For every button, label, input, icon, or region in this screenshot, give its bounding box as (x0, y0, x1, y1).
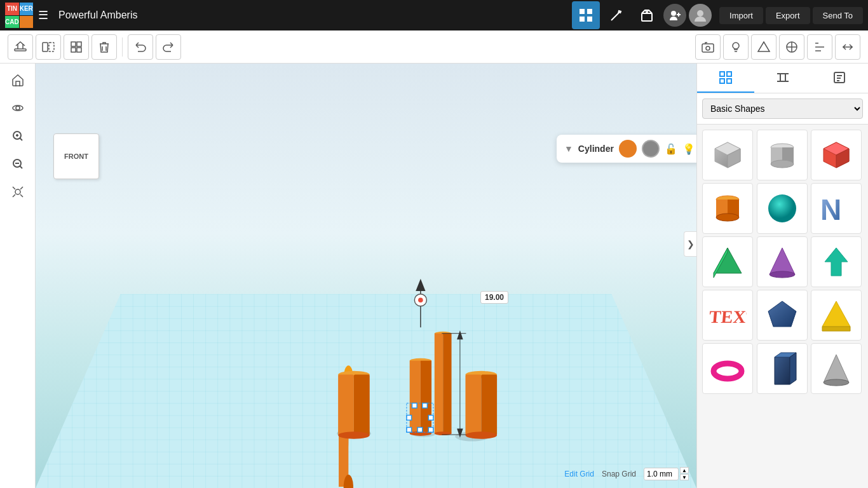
user-avatar[interactable] (689, 4, 712, 27)
svg-point-55 (714, 363, 742, 379)
tab-shapes-grid[interactable] (697, 64, 754, 93)
shape-char-n[interactable]: N (811, 183, 862, 234)
snap-down-btn[interactable]: ▼ (680, 474, 689, 480)
flip-btn[interactable] (835, 34, 860, 60)
shape-pyramid-green[interactable] (702, 236, 753, 287)
zoom-out-btn[interactable] (6, 152, 29, 175)
svg-point-15 (706, 46, 710, 50)
wheel-left-bot (338, 431, 370, 438)
grid-view-btn[interactable] (572, 1, 600, 29)
svg-point-44 (768, 194, 796, 222)
shape-cone-purple[interactable] (757, 236, 808, 287)
right-panel: Basic Shapes Featured Shapes Letters Con… (696, 64, 868, 488)
svg-rect-0 (580, 9, 585, 14)
svg-point-43 (716, 214, 739, 221)
wheel-right-side2 (481, 375, 497, 435)
right-panel-tabs (697, 64, 868, 93)
shape-box-blue-tall[interactable] (757, 343, 808, 394)
shape-text-3d[interactable]: TEXT (702, 290, 753, 341)
wheel-right-side1 (465, 375, 481, 435)
svg-rect-13 (77, 48, 81, 52)
svg-marker-56 (775, 357, 790, 384)
svg-rect-9 (49, 43, 54, 51)
shape-panel-collapse[interactable]: ▼ (564, 144, 573, 154)
shapes-category-select[interactable]: Basic Shapes Featured Shapes Letters Con… (702, 98, 863, 119)
delete-btn[interactable] (92, 34, 117, 60)
svg-rect-25 (720, 72, 724, 76)
shape-torus-pink[interactable] (702, 343, 753, 394)
wheel-right-bot (465, 431, 497, 438)
snap-btn[interactable] (779, 34, 804, 60)
camera-btn[interactable] (695, 34, 721, 60)
snap-input[interactable] (644, 468, 679, 480)
export-btn[interactable]: Export (766, 7, 810, 24)
svg-rect-14 (702, 44, 714, 52)
align-btn[interactable] (807, 34, 832, 60)
shape-cone-grey[interactable] (811, 343, 862, 394)
shape-pyramid-yellow[interactable] (811, 290, 862, 341)
panel-collapse-btn[interactable]: ❯ (684, 231, 696, 257)
svg-text:N: N (820, 193, 841, 226)
snap-spinners: ▲ ▼ (680, 467, 689, 480)
svg-point-60 (824, 379, 849, 386)
hole-color-btn[interactable] (642, 140, 660, 158)
sel-handle-4 (407, 416, 412, 421)
main-content: FRONT ▼ Cylinder 🔓 💡 19.00 Edit Grid Sna… (0, 64, 868, 488)
wheel-left-side1 (338, 375, 354, 435)
shape-sphere-teal[interactable] (757, 183, 808, 234)
snap-value-control: ▲ ▼ (644, 467, 689, 480)
group-btn[interactable] (64, 34, 89, 60)
list-view-icon[interactable]: ☰ (36, 6, 51, 25)
shape-box-grey[interactable] (702, 130, 753, 180)
tall-cyl-right (443, 334, 451, 433)
home-view-btn[interactable] (6, 69, 29, 92)
fit-view-btn[interactable] (6, 180, 29, 203)
light-icon[interactable]: 💡 (682, 143, 695, 155)
svg-rect-11 (77, 42, 81, 46)
sel-handle-3 (428, 428, 433, 433)
packages-btn[interactable] (633, 1, 661, 29)
solid-color-btn[interactable] (619, 140, 637, 158)
shape-arrow-teal[interactable] (811, 236, 862, 287)
mirror-btn[interactable] (36, 34, 61, 60)
center-cyl-left (410, 361, 421, 433)
svg-point-49 (770, 271, 795, 278)
light-btn[interactable] (723, 34, 749, 60)
shape-cylinder-grey[interactable] (757, 130, 808, 180)
shape-pentagon-blue[interactable] (757, 290, 808, 341)
send-to-btn[interactable]: Send To (813, 7, 863, 24)
add-user-btn[interactable] (663, 4, 686, 27)
shape-name: Cylinder (578, 144, 614, 154)
tab-dimensions[interactable] (754, 64, 811, 93)
undo-btn[interactable] (128, 34, 153, 60)
lock-icon[interactable]: 🔓 (665, 143, 677, 155)
svg-marker-54 (822, 327, 850, 331)
orbit-btn[interactable] (6, 97, 29, 119)
svg-marker-17 (758, 42, 770, 51)
logo-br (20, 16, 33, 29)
tools-btn[interactable] (602, 1, 630, 29)
svg-marker-58 (790, 353, 796, 384)
snap-grid-label: Snap Grid (602, 470, 636, 478)
toolbar (0, 30, 868, 64)
shape-cylinder-orange[interactable] (702, 183, 753, 234)
edit-grid-label[interactable]: Edit Grid (564, 470, 594, 478)
sel-handle-5 (428, 416, 433, 421)
sel-handle-2 (417, 428, 423, 433)
logo[interactable]: TIN KER CAD (5, 3, 31, 28)
snap-up-btn[interactable]: ▲ (680, 467, 689, 473)
svg-rect-4 (642, 13, 652, 21)
move-workplane-btn[interactable] (8, 34, 33, 60)
viewport[interactable]: FRONT ▼ Cylinder 🔓 💡 19.00 Edit Grid Sna… (36, 64, 696, 488)
redo-btn[interactable] (156, 34, 181, 60)
tab-notes[interactable] (811, 64, 868, 93)
measurement-label: 19.00 (480, 291, 508, 304)
svg-rect-10 (71, 42, 76, 46)
shape-box-red[interactable] (811, 130, 862, 180)
zoom-in-btn[interactable] (6, 125, 29, 147)
move-dot (418, 297, 423, 302)
import-btn[interactable]: Import (719, 7, 763, 24)
shape-btn[interactable] (751, 34, 776, 60)
view-toolbar (695, 34, 860, 60)
shape-properties-panel: ▼ Cylinder 🔓 💡 (557, 135, 696, 163)
